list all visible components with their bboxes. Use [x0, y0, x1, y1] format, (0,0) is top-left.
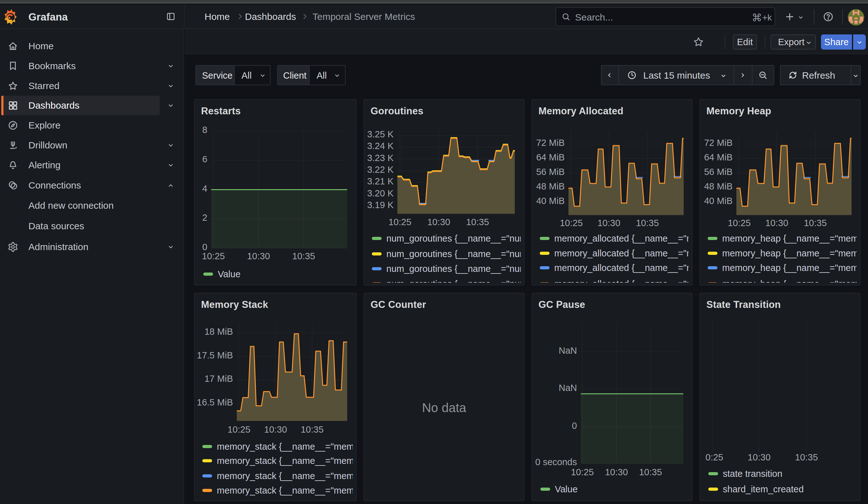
svg-text:10:35: 10:35 [301, 424, 324, 434]
svg-text:10:25: 10:25 [728, 218, 751, 228]
svg-text:64 MiB: 64 MiB [536, 152, 565, 162]
svg-text:memory_heap {__name__="memory_: memory_heap {__name__="memory_heap", ser… [722, 233, 860, 244]
svg-text:4: 4 [202, 184, 207, 194]
svg-text:0 seconds: 0 seconds [535, 457, 577, 467]
svg-text:10:35: 10:35 [292, 251, 315, 261]
svg-text:40 MiB: 40 MiB [536, 196, 565, 206]
svg-text:10:25: 10:25 [560, 218, 583, 228]
svg-text:18 MiB: 18 MiB [205, 327, 233, 337]
svg-text:10:30: 10:30 [765, 218, 788, 228]
svg-text:72 MiB: 72 MiB [536, 138, 565, 148]
svg-text:state transition: state transition [723, 469, 783, 479]
svg-text:10:25: 10:25 [202, 251, 225, 261]
svg-text:64 MiB: 64 MiB [704, 152, 733, 162]
svg-text:10:30: 10:30 [247, 251, 270, 261]
svg-text:num_goroutines {__name__="num_: num_goroutines {__name__="num_goroutines… [386, 264, 525, 274]
svg-text:3.20 K: 3.20 K [367, 188, 394, 198]
svg-text:10:30: 10:30 [748, 452, 771, 462]
svg-text:40 MiB: 40 MiB [704, 196, 733, 206]
svg-text:3.25 K: 3.25 K [367, 129, 394, 139]
svg-text:10:30: 10:30 [264, 424, 287, 434]
svg-text:3.21 K: 3.21 K [367, 176, 394, 186]
svg-text:56 MiB: 56 MiB [704, 167, 733, 177]
svg-text:memory_stack {__name__="memory: memory_stack {__name__="memory_stack", s… [217, 456, 356, 466]
svg-text:10:35: 10:35 [639, 467, 662, 477]
svg-text:memory_stack {__name__="memory: memory_stack {__name__="memory_stack", s… [217, 471, 356, 481]
svg-text:NaN: NaN [559, 383, 577, 393]
svg-text:10:25: 10:25 [228, 424, 251, 434]
svg-text:0:25: 0:25 [705, 452, 723, 462]
svg-text:10:35: 10:35 [636, 218, 659, 228]
svg-text:8: 8 [202, 125, 207, 135]
svg-text:17.5 MiB: 17.5 MiB [197, 350, 233, 360]
svg-text:72 MiB: 72 MiB [704, 138, 733, 148]
svg-text:10:35: 10:35 [804, 218, 827, 228]
svg-text:shard_item_created: shard_item_created [723, 484, 804, 494]
svg-text:memory_stack {__name__="memory: memory_stack {__name__="memory_stack", s… [217, 485, 356, 495]
svg-text:No data: No data [422, 401, 466, 415]
svg-text:10:30: 10:30 [605, 467, 628, 477]
svg-text:memory_allocated {__name__="me: memory_allocated {__name__="memory_alloc… [554, 279, 693, 286]
svg-text:3.23 K: 3.23 K [367, 153, 394, 163]
svg-text:3.19 K: 3.19 K [367, 200, 394, 210]
svg-text:memory_heap {__name__="memory_: memory_heap {__name__="memory_heap", ser… [722, 279, 860, 286]
svg-text:num_goroutines {__name__="num_: num_goroutines {__name__="num_goroutines… [386, 249, 525, 259]
svg-text:2: 2 [202, 213, 207, 223]
svg-text:3.22 K: 3.22 K [367, 165, 394, 175]
svg-text:10:35: 10:35 [466, 217, 489, 227]
svg-text:memory_allocated {__name__="me: memory_allocated {__name__="memory_alloc… [554, 248, 693, 258]
svg-text:56 MiB: 56 MiB [536, 167, 565, 177]
svg-text:16.5 MiB: 16.5 MiB [197, 397, 233, 407]
svg-text:17 MiB: 17 MiB [205, 373, 233, 384]
svg-text:10:25: 10:25 [571, 467, 594, 477]
svg-text:3.24 K: 3.24 K [367, 141, 394, 151]
svg-text:memory_stack {__name__="memory: memory_stack {__name__="memory_stack", s… [217, 442, 356, 452]
svg-text:48 MiB: 48 MiB [704, 181, 733, 192]
svg-text:6: 6 [202, 154, 207, 164]
svg-text:48 MiB: 48 MiB [536, 181, 565, 192]
svg-text:memory_heap {__name__="memory_: memory_heap {__name__="memory_heap", ser… [722, 248, 860, 258]
svg-text:num_goroutines {__name__="num_: num_goroutines {__name__="num_goroutines… [386, 279, 525, 286]
svg-text:0: 0 [202, 242, 207, 252]
svg-text:memory_heap {__name__="memory_: memory_heap {__name__="memory_heap", ser… [722, 263, 860, 273]
svg-text:10:30: 10:30 [427, 217, 451, 227]
svg-text:Value: Value [555, 484, 578, 494]
svg-text:10:25: 10:25 [389, 217, 412, 227]
svg-text:10:35: 10:35 [795, 452, 818, 462]
svg-text:num_goroutines {__name__="num_: num_goroutines {__name__="num_goroutines… [386, 233, 525, 244]
svg-text:NaN: NaN [559, 346, 577, 356]
svg-text:memory_allocated {__name__="me: memory_allocated {__name__="memory_alloc… [554, 263, 693, 273]
svg-text:10:30: 10:30 [598, 218, 621, 228]
svg-text:memory_allocated {__name__="me: memory_allocated {__name__="memory_alloc… [554, 233, 693, 244]
svg-text:Value: Value [218, 269, 240, 279]
svg-text:0: 0 [572, 421, 577, 431]
